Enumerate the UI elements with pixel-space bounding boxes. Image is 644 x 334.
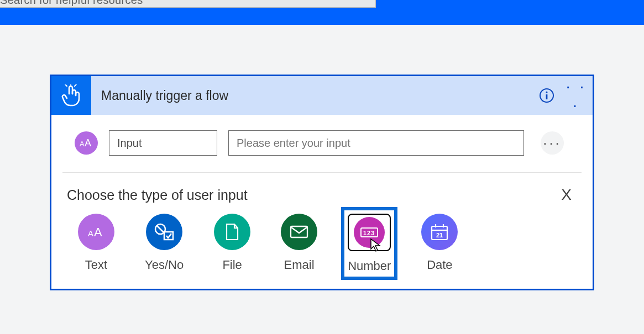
input-type-yesno[interactable]: Yes/No [145, 214, 184, 273]
close-icon[interactable]: X [561, 186, 577, 204]
svg-line-1 [75, 84, 76, 86]
type-label: File [222, 258, 242, 272]
svg-text:21: 21 [436, 232, 443, 238]
svg-text:A: A [85, 137, 91, 149]
number-icon: 123 [348, 214, 391, 251]
input-name-field[interactable] [109, 130, 217, 156]
svg-rect-12 [164, 232, 173, 240]
text-icon: A A [78, 214, 114, 250]
input-type-number[interactable]: 123 Number [341, 207, 397, 280]
cursor-icon [370, 238, 382, 252]
email-icon [281, 214, 317, 250]
input-types-row: A A Text Yes/No [67, 214, 577, 273]
svg-line-11 [157, 226, 164, 232]
text-type-icon: A A [75, 131, 98, 155]
trigger-menu-icon[interactable]: · · · [559, 77, 593, 114]
info-icon[interactable] [534, 87, 559, 104]
file-icon [214, 214, 250, 250]
flow-canvas: Manually trigger a flow · · · A A ·· [0, 25, 644, 290]
svg-text:A: A [80, 140, 85, 148]
input-type-file[interactable]: File [214, 214, 250, 273]
type-label: Number [348, 259, 391, 273]
choose-heading: Choose the type of user input [67, 187, 248, 203]
input-type-text[interactable]: A A Text [78, 214, 114, 273]
input-type-date[interactable]: 21 Date [421, 214, 458, 273]
type-label: Email [284, 258, 315, 272]
trigger-header[interactable]: Manually trigger a flow · · · [51, 76, 593, 115]
svg-text:A: A [88, 229, 93, 238]
manual-trigger-icon [51, 76, 91, 115]
input-type-email[interactable]: Email [281, 214, 317, 273]
svg-text:A: A [94, 225, 102, 238]
svg-point-4 [546, 91, 547, 93]
trigger-card: Manually trigger a flow · · · A A ·· [50, 75, 594, 290]
svg-line-0 [65, 84, 67, 86]
svg-rect-5 [546, 94, 548, 99]
svg-rect-13 [291, 226, 307, 237]
svg-text:123: 123 [363, 230, 375, 236]
type-label: Date [427, 258, 452, 272]
choose-input-type-section: Choose the type of user input X A A Text [51, 173, 593, 289]
yesno-icon [146, 214, 182, 250]
resource-search[interactable]: Search for helpful resources [0, 0, 376, 8]
existing-input-row: A A ··· [62, 118, 582, 173]
input-row-menu-icon[interactable]: ··· [541, 131, 564, 155]
trigger-title: Manually trigger a flow [91, 88, 534, 103]
input-description-field[interactable] [228, 130, 524, 156]
type-label: Yes/No [145, 258, 184, 272]
date-icon: 21 [421, 214, 458, 250]
type-label: Text [85, 258, 107, 272]
app-ribbon: Search for helpful resources [0, 0, 644, 25]
